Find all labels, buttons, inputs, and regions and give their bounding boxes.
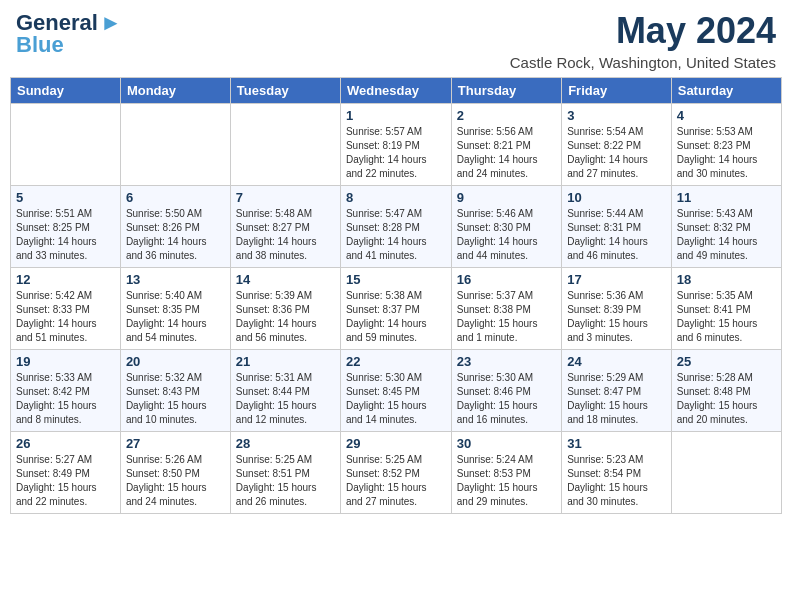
calendar-cell: 23Sunrise: 5:30 AMSunset: 8:46 PMDayligh… — [451, 350, 561, 432]
calendar-cell: 14Sunrise: 5:39 AMSunset: 8:36 PMDayligh… — [230, 268, 340, 350]
calendar-cell: 18Sunrise: 5:35 AMSunset: 8:41 PMDayligh… — [671, 268, 781, 350]
day-info: Sunrise: 5:23 AMSunset: 8:54 PMDaylight:… — [567, 453, 666, 509]
day-number: 2 — [457, 108, 556, 123]
day-info: Sunrise: 5:44 AMSunset: 8:31 PMDaylight:… — [567, 207, 666, 263]
calendar-header-row: SundayMondayTuesdayWednesdayThursdayFrid… — [11, 78, 782, 104]
calendar-cell: 24Sunrise: 5:29 AMSunset: 8:47 PMDayligh… — [562, 350, 672, 432]
day-number: 7 — [236, 190, 335, 205]
day-info: Sunrise: 5:27 AMSunset: 8:49 PMDaylight:… — [16, 453, 115, 509]
day-info: Sunrise: 5:30 AMSunset: 8:46 PMDaylight:… — [457, 371, 556, 427]
day-info: Sunrise: 5:26 AMSunset: 8:50 PMDaylight:… — [126, 453, 225, 509]
day-info: Sunrise: 5:30 AMSunset: 8:45 PMDaylight:… — [346, 371, 446, 427]
day-info: Sunrise: 5:51 AMSunset: 8:25 PMDaylight:… — [16, 207, 115, 263]
calendar-cell: 20Sunrise: 5:32 AMSunset: 8:43 PMDayligh… — [120, 350, 230, 432]
day-number: 29 — [346, 436, 446, 451]
day-number: 12 — [16, 272, 115, 287]
day-info: Sunrise: 5:39 AMSunset: 8:36 PMDaylight:… — [236, 289, 335, 345]
day-number: 9 — [457, 190, 556, 205]
day-info: Sunrise: 5:47 AMSunset: 8:28 PMDaylight:… — [346, 207, 446, 263]
weekday-header-monday: Monday — [120, 78, 230, 104]
day-info: Sunrise: 5:40 AMSunset: 8:35 PMDaylight:… — [126, 289, 225, 345]
calendar-cell: 22Sunrise: 5:30 AMSunset: 8:45 PMDayligh… — [340, 350, 451, 432]
calendar-cell: 29Sunrise: 5:25 AMSunset: 8:52 PMDayligh… — [340, 432, 451, 514]
calendar-week-1: 1Sunrise: 5:57 AMSunset: 8:19 PMDaylight… — [11, 104, 782, 186]
day-info: Sunrise: 5:35 AMSunset: 8:41 PMDaylight:… — [677, 289, 776, 345]
calendar-cell — [11, 104, 121, 186]
title-block: May 2024 Castle Rock, Washington, United… — [510, 10, 776, 71]
day-number: 19 — [16, 354, 115, 369]
day-info: Sunrise: 5:50 AMSunset: 8:26 PMDaylight:… — [126, 207, 225, 263]
logo: General ► Blue — [16, 10, 122, 58]
day-number: 11 — [677, 190, 776, 205]
weekday-header-saturday: Saturday — [671, 78, 781, 104]
calendar-cell: 1Sunrise: 5:57 AMSunset: 8:19 PMDaylight… — [340, 104, 451, 186]
day-number: 23 — [457, 354, 556, 369]
calendar-cell: 16Sunrise: 5:37 AMSunset: 8:38 PMDayligh… — [451, 268, 561, 350]
calendar-week-4: 19Sunrise: 5:33 AMSunset: 8:42 PMDayligh… — [11, 350, 782, 432]
day-number: 18 — [677, 272, 776, 287]
calendar-cell: 9Sunrise: 5:46 AMSunset: 8:30 PMDaylight… — [451, 186, 561, 268]
calendar-cell: 4Sunrise: 5:53 AMSunset: 8:23 PMDaylight… — [671, 104, 781, 186]
weekday-header-wednesday: Wednesday — [340, 78, 451, 104]
calendar-cell — [120, 104, 230, 186]
day-number: 24 — [567, 354, 666, 369]
day-number: 16 — [457, 272, 556, 287]
calendar-week-3: 12Sunrise: 5:42 AMSunset: 8:33 PMDayligh… — [11, 268, 782, 350]
calendar-cell: 21Sunrise: 5:31 AMSunset: 8:44 PMDayligh… — [230, 350, 340, 432]
calendar-cell: 10Sunrise: 5:44 AMSunset: 8:31 PMDayligh… — [562, 186, 672, 268]
day-info: Sunrise: 5:54 AMSunset: 8:22 PMDaylight:… — [567, 125, 666, 181]
calendar-cell: 13Sunrise: 5:40 AMSunset: 8:35 PMDayligh… — [120, 268, 230, 350]
day-number: 3 — [567, 108, 666, 123]
day-info: Sunrise: 5:37 AMSunset: 8:38 PMDaylight:… — [457, 289, 556, 345]
header: General ► Blue May 2024 Castle Rock, Was… — [0, 0, 792, 77]
day-number: 15 — [346, 272, 446, 287]
calendar-cell: 3Sunrise: 5:54 AMSunset: 8:22 PMDaylight… — [562, 104, 672, 186]
day-info: Sunrise: 5:28 AMSunset: 8:48 PMDaylight:… — [677, 371, 776, 427]
day-number: 17 — [567, 272, 666, 287]
day-number: 22 — [346, 354, 446, 369]
day-number: 20 — [126, 354, 225, 369]
day-info: Sunrise: 5:33 AMSunset: 8:42 PMDaylight:… — [16, 371, 115, 427]
calendar-table: SundayMondayTuesdayWednesdayThursdayFrid… — [10, 77, 782, 514]
main-title: May 2024 — [510, 10, 776, 52]
calendar-week-5: 26Sunrise: 5:27 AMSunset: 8:49 PMDayligh… — [11, 432, 782, 514]
day-info: Sunrise: 5:42 AMSunset: 8:33 PMDaylight:… — [16, 289, 115, 345]
weekday-header-thursday: Thursday — [451, 78, 561, 104]
calendar-week-2: 5Sunrise: 5:51 AMSunset: 8:25 PMDaylight… — [11, 186, 782, 268]
calendar-cell: 2Sunrise: 5:56 AMSunset: 8:21 PMDaylight… — [451, 104, 561, 186]
day-info: Sunrise: 5:48 AMSunset: 8:27 PMDaylight:… — [236, 207, 335, 263]
day-info: Sunrise: 5:36 AMSunset: 8:39 PMDaylight:… — [567, 289, 666, 345]
day-info: Sunrise: 5:56 AMSunset: 8:21 PMDaylight:… — [457, 125, 556, 181]
calendar-cell: 25Sunrise: 5:28 AMSunset: 8:48 PMDayligh… — [671, 350, 781, 432]
calendar-cell — [230, 104, 340, 186]
calendar-cell — [671, 432, 781, 514]
day-number: 8 — [346, 190, 446, 205]
weekday-header-tuesday: Tuesday — [230, 78, 340, 104]
calendar-cell: 7Sunrise: 5:48 AMSunset: 8:27 PMDaylight… — [230, 186, 340, 268]
day-info: Sunrise: 5:24 AMSunset: 8:53 PMDaylight:… — [457, 453, 556, 509]
weekday-header-sunday: Sunday — [11, 78, 121, 104]
day-number: 21 — [236, 354, 335, 369]
day-info: Sunrise: 5:25 AMSunset: 8:51 PMDaylight:… — [236, 453, 335, 509]
day-number: 1 — [346, 108, 446, 123]
calendar-cell: 19Sunrise: 5:33 AMSunset: 8:42 PMDayligh… — [11, 350, 121, 432]
day-info: Sunrise: 5:31 AMSunset: 8:44 PMDaylight:… — [236, 371, 335, 427]
day-info: Sunrise: 5:43 AMSunset: 8:32 PMDaylight:… — [677, 207, 776, 263]
day-number: 14 — [236, 272, 335, 287]
calendar-cell: 15Sunrise: 5:38 AMSunset: 8:37 PMDayligh… — [340, 268, 451, 350]
day-number: 5 — [16, 190, 115, 205]
day-number: 30 — [457, 436, 556, 451]
day-info: Sunrise: 5:32 AMSunset: 8:43 PMDaylight:… — [126, 371, 225, 427]
day-number: 25 — [677, 354, 776, 369]
day-number: 28 — [236, 436, 335, 451]
day-info: Sunrise: 5:38 AMSunset: 8:37 PMDaylight:… — [346, 289, 446, 345]
calendar-cell: 5Sunrise: 5:51 AMSunset: 8:25 PMDaylight… — [11, 186, 121, 268]
calendar-cell: 26Sunrise: 5:27 AMSunset: 8:49 PMDayligh… — [11, 432, 121, 514]
day-number: 27 — [126, 436, 225, 451]
calendar-cell: 11Sunrise: 5:43 AMSunset: 8:32 PMDayligh… — [671, 186, 781, 268]
calendar-cell: 8Sunrise: 5:47 AMSunset: 8:28 PMDaylight… — [340, 186, 451, 268]
calendar-cell: 6Sunrise: 5:50 AMSunset: 8:26 PMDaylight… — [120, 186, 230, 268]
day-info: Sunrise: 5:53 AMSunset: 8:23 PMDaylight:… — [677, 125, 776, 181]
calendar-cell: 30Sunrise: 5:24 AMSunset: 8:53 PMDayligh… — [451, 432, 561, 514]
day-number: 31 — [567, 436, 666, 451]
